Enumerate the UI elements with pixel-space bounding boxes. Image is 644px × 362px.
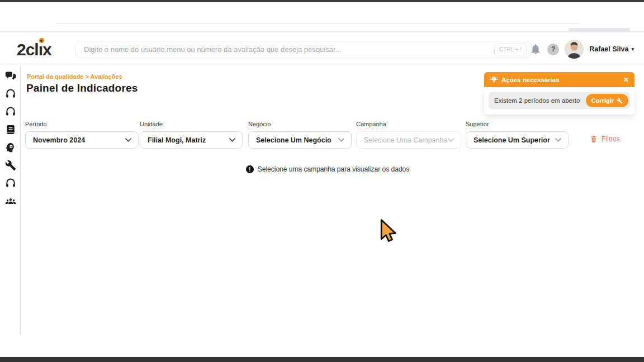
sidebar-item-wrench[interactable]: [5, 160, 16, 171]
page-title: Painel de Indicadores: [26, 82, 138, 94]
actions-needed-title: Ações necessárias: [501, 77, 620, 83]
chevron-down-icon: [448, 138, 454, 142]
fix-button-label: Corrigir: [591, 97, 614, 104]
logo-2clix[interactable]: 2clıx: [17, 40, 51, 59]
chevron-down-icon: [125, 138, 131, 142]
filter-negocio-value: Selecione Um Negócio: [256, 136, 332, 144]
app-screen: 2clıx CTRL + / ? Rafael Silva ▾: [0, 0, 644, 362]
app-header: 2clıx CTRL + / ? Rafael Silva ▾: [0, 34, 644, 64]
top-black-bar: [0, 0, 644, 2]
sidebar-item-headset-1[interactable]: [5, 88, 16, 99]
logo-letter-i: ı: [39, 40, 42, 59]
filter-periodo-value: Novembro 2024: [33, 136, 85, 144]
actions-needed-panel: Ações necessárias ✕ Existem 2 períodos e…: [484, 72, 634, 115]
filter-unidade-select[interactable]: Filial Mogi, Matriz: [140, 131, 243, 149]
help-icon[interactable]: ?: [547, 44, 559, 55]
filter-campanha-select[interactable]: Selecione Uma Campanha: [356, 131, 461, 149]
open-periods-alert: Existem 2 períodos em aberto Corrigir: [489, 92, 630, 109]
sidebar-item-headset-3[interactable]: [5, 178, 16, 189]
breadcrumb[interactable]: Portal da qualidade > Avaliações: [27, 73, 122, 80]
bottom-black-bar: [0, 357, 644, 362]
filter-unidade-label: Unidade: [140, 121, 243, 127]
filter-superior-value: Selecione Um Superior: [473, 136, 550, 144]
filter-negocio-label: Negócio: [248, 121, 352, 127]
chevron-down-icon: ▾: [631, 46, 634, 52]
global-search: CTRL + /: [75, 41, 532, 58]
trash-icon: [590, 135, 598, 143]
shortcut-hint-badge: CTRL + /: [494, 44, 527, 55]
search-input[interactable]: [84, 45, 494, 54]
empty-state: ! Selecione uma campanha para visualizar…: [21, 165, 634, 173]
faded-chrome-divider: [0, 31, 644, 32]
filter-periodo-select[interactable]: Novembro 2024: [25, 131, 139, 149]
filter-campanha-value: Selecione Uma Campanha: [364, 136, 447, 144]
filter-superior-select[interactable]: Selecione Um Superior: [466, 131, 569, 149]
user-avatar[interactable]: [565, 40, 584, 59]
wrench-icon: [617, 98, 623, 104]
sidebar-item-book[interactable]: [5, 124, 16, 135]
filter-superior-label: Superior: [466, 121, 569, 127]
filter-negocio: Negócio Selecione Um Negócio: [248, 121, 352, 149]
sidebar-item-head-gear[interactable]: [5, 142, 16, 153]
sidebar-item-headset-2[interactable]: [5, 106, 16, 117]
actions-needed-body: Existem 2 períodos em aberto Corrigir: [484, 87, 634, 115]
filter-negocio-select[interactable]: Selecione Um Negócio: [248, 131, 352, 149]
chevron-down-icon: [555, 138, 561, 142]
filter-campanha: Campanha Selecione Uma Campanha: [356, 121, 461, 149]
exclamation-icon: !: [246, 165, 254, 173]
notifications-bell-icon[interactable]: [529, 43, 542, 55]
clear-filters-label: Filtros: [602, 135, 620, 143]
open-periods-message: Existem 2 períodos em aberto: [494, 97, 580, 104]
chevron-down-icon: [338, 138, 344, 142]
actions-needed-header: Ações necessárias ✕: [484, 72, 634, 87]
faded-chrome-line: [56, 23, 579, 24]
fix-button[interactable]: Corrigir: [586, 94, 628, 107]
alert-bulb-icon: [490, 75, 498, 84]
empty-state-message: Selecione uma campanha para visualizar o…: [258, 165, 410, 173]
filter-unidade-value: Filial Mogi, Matriz: [148, 136, 206, 144]
logo-text: 2cl: [17, 40, 39, 59]
mouse-cursor: [378, 219, 400, 245]
close-icon[interactable]: ✕: [623, 77, 629, 83]
filter-campanha-label: Campanha: [356, 121, 461, 127]
sidebar: [0, 64, 21, 336]
sidebar-item-team[interactable]: [5, 196, 16, 207]
logo-orange-dot-icon: [39, 38, 44, 43]
logo-text-end: x: [42, 40, 51, 59]
filter-unidade: Unidade Filial Mogi, Matriz: [140, 121, 243, 149]
sidebar-item-chat[interactable]: [5, 70, 16, 82]
filter-periodo: Período Novembro 2024: [25, 121, 139, 149]
user-name-label: Rafael Silva: [589, 45, 628, 53]
chevron-down-icon: [229, 138, 235, 142]
header-right-cluster: ? Rafael Silva ▾: [529, 38, 634, 60]
user-menu[interactable]: Rafael Silva ▾: [589, 45, 634, 53]
clear-filters-button[interactable]: Filtros: [590, 135, 620, 143]
filter-superior: Superior Selecione Um Superior: [466, 121, 569, 149]
filter-periodo-label: Período: [25, 121, 139, 127]
